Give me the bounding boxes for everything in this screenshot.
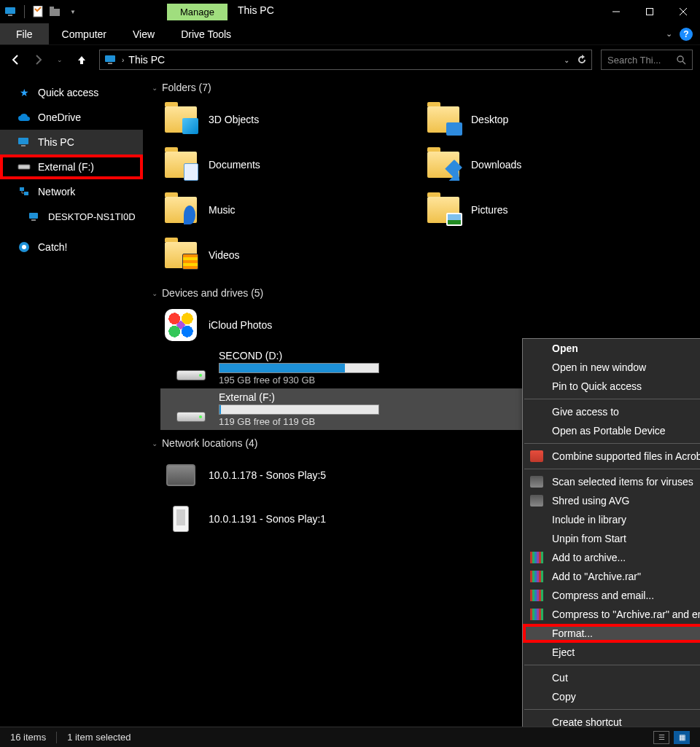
books-icon — [530, 609, 543, 620]
books-icon — [530, 590, 543, 601]
chevron-down-icon: ⌄ — [152, 439, 158, 447]
sidebar-item-label: Network — [38, 186, 75, 197]
status-item-count: 16 items — [10, 732, 46, 743]
svg-point-11 — [677, 56, 683, 62]
sidebar-item-desktop-computer[interactable]: DESKTOP-NS1TI0D — [0, 204, 143, 229]
pc-icon — [18, 136, 31, 149]
context-menu-item-compress-and-email[interactable]: Compress and email... — [523, 586, 700, 605]
sidebar-item-this-pc[interactable]: This PC — [0, 130, 143, 155]
search-input[interactable]: Search Thi... — [601, 50, 693, 70]
context-menu-item-shred-using-avg[interactable]: Shred using AVG — [523, 491, 700, 510]
context-menu-item-open-as-portable-device[interactable]: Open as Portable Device — [523, 421, 700, 440]
folder-icon — [427, 106, 459, 133]
tiles-view-button[interactable]: ▦ — [674, 731, 690, 744]
svg-rect-14 — [21, 145, 26, 146]
qat-properties-icon[interactable] — [31, 5, 44, 18]
address-bar[interactable]: › This PC ⌄ — [99, 50, 592, 70]
address-dropdown-icon[interactable]: ⌄ — [564, 56, 569, 64]
context-menu-item-open-in-new-window[interactable]: Open in new window — [523, 358, 700, 377]
qat-new-folder-icon[interactable] — [49, 5, 62, 18]
forward-button[interactable] — [29, 51, 47, 69]
context-menu-item-include-in-library[interactable]: Include in library❯ — [523, 510, 700, 529]
context-menu-item-combine-supported-files-in-acrobat[interactable]: Combine supported files in Acrobat... — [523, 447, 700, 466]
context-menu-item-compress-to-archive-rar-and-email[interactable]: Compress to "Archive.rar" and email — [523, 605, 700, 624]
maximize-button[interactable] — [633, 0, 666, 23]
minimize-button[interactable] — [599, 0, 633, 23]
network-location-sonos-play5[interactable]: 10.0.1.178 - Sonos Play:5 — [160, 453, 379, 497]
context-menu-item-label: Give access to — [552, 406, 619, 418]
svg-rect-3 — [50, 9, 60, 16]
context-menu-item-copy[interactable]: Copy — [523, 687, 700, 706]
folder-icon — [165, 242, 197, 268]
file-tab[interactable]: File — [0, 23, 49, 44]
context-menu-item-eject[interactable]: Eject — [523, 643, 700, 662]
context-menu-item-label: Open as Portable Device — [552, 425, 666, 437]
context-menu-separator — [524, 469, 700, 469]
network-location-sonos-play1[interactable]: 10.0.1.191 - Sonos Play:1 — [160, 497, 379, 541]
context-menu-item-label: Combine supported files in Acrobat... — [552, 450, 700, 462]
context-menu-item-pin-to-quick-access[interactable]: Pin to Quick access — [523, 377, 700, 396]
svg-rect-10 — [108, 63, 112, 64]
context-menu-item-label: Create shortcut — [552, 716, 622, 727]
sidebar-item-label: External (F:) — [38, 161, 94, 173]
folder-documents[interactable]: Documents — [160, 143, 379, 187]
context-menu-item-unpin-from-start[interactable]: Unpin from Start — [523, 529, 700, 548]
sidebar-item-label: Quick access — [38, 87, 98, 98]
context-menu-item-give-access-to[interactable]: Give access to❯ — [523, 402, 700, 421]
cloud-icon — [18, 111, 31, 124]
context-menu-item-create-shortcut[interactable]: Create shortcut — [523, 713, 700, 727]
storage-bar — [219, 363, 379, 373]
details-view-button[interactable]: ☰ — [653, 731, 669, 744]
sidebar-item-onedrive[interactable]: OneDrive — [0, 105, 143, 130]
folder-desktop[interactable]: Desktop — [423, 98, 642, 141]
group-header-devices[interactable]: ⌄ Devices and drives (5) — [150, 284, 693, 303]
sidebar-item-label: OneDrive — [38, 112, 81, 123]
sidebar-item-quick-access[interactable]: ★ Quick access — [0, 80, 143, 105]
ribbon-tab-drive-tools[interactable]: Drive Tools — [168, 23, 244, 44]
close-button[interactable] — [666, 0, 700, 23]
sidebar-item-external-f[interactable]: External (F:) — [0, 155, 143, 179]
sidebar-item-catch[interactable]: Catch! — [0, 235, 143, 259]
manage-tab[interactable]: Manage — [167, 4, 228, 20]
ribbon-tab-view[interactable]: View — [120, 23, 168, 44]
svg-rect-16 — [20, 187, 24, 191]
svg-rect-4 — [50, 7, 54, 9]
context-menu-item-scan-selected-items-for-viruses[interactable]: Scan selected items for viruses — [523, 472, 700, 491]
chevron-right-icon[interactable]: › — [122, 56, 124, 64]
ribbon-expand-icon[interactable]: ⌄ — [666, 29, 672, 39]
recent-dropdown-icon[interactable]: ⌄ — [51, 51, 69, 69]
status-selected-count: 1 item selected — [67, 732, 131, 743]
address-location[interactable]: This PC — [128, 54, 165, 66]
context-menu-item-format[interactable]: Format... — [523, 624, 700, 643]
folder-downloads[interactable]: Downloads — [423, 143, 642, 187]
folder-music[interactable]: Music — [160, 188, 379, 232]
context-menu-item-add-to-archive-rar[interactable]: Add to "Archive.rar" — [523, 567, 700, 586]
svg-rect-6 — [647, 9, 653, 15]
context-menu-item-add-to-archive[interactable]: Add to archive... — [523, 548, 700, 567]
chevron-down-icon: ⌄ — [152, 84, 158, 92]
context-menu-separator — [524, 443, 700, 444]
folder-pictures[interactable]: Pictures — [423, 188, 642, 232]
help-icon[interactable]: ? — [680, 28, 693, 41]
back-button[interactable] — [7, 51, 25, 69]
sidebar-item-label: This PC — [38, 136, 74, 148]
catch-icon — [18, 240, 31, 254]
sidebar-item-label: Catch! — [38, 241, 67, 253]
context-menu-item-cut[interactable]: Cut — [523, 668, 700, 687]
context-menu-item-label: Add to "Archive.rar" — [552, 571, 641, 582]
context-menu-item-label: Cut — [552, 672, 568, 684]
folder-videos[interactable]: Videos — [160, 233, 379, 277]
folder-3d-objects[interactable]: 3D Objects — [160, 98, 379, 141]
svg-rect-17 — [24, 192, 28, 195]
device-icloud-photos[interactable]: iCloud Photos — [160, 303, 379, 347]
context-menu-item-open[interactable]: Open — [523, 339, 700, 358]
qat-dropdown-icon[interactable]: ▼ — [66, 5, 79, 18]
up-button[interactable] — [73, 51, 90, 69]
sidebar-item-network[interactable]: Network — [0, 179, 143, 204]
context-menu-item-label: Shred using AVG — [552, 495, 629, 507]
ribbon-tab-computer[interactable]: Computer — [49, 23, 120, 44]
refresh-icon[interactable] — [577, 55, 587, 65]
svg-rect-19 — [31, 219, 36, 221]
context-menu-separator — [524, 399, 700, 399]
group-header-folders[interactable]: ⌄ Folders (7) — [150, 79, 693, 98]
